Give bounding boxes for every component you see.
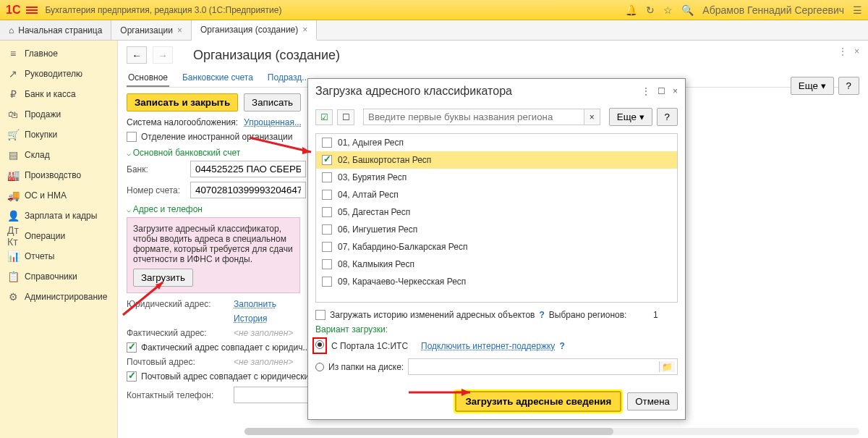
selected-label: Выбрано регионов: [549, 310, 627, 320]
dialog-more-button[interactable]: Еще ▾ [609, 108, 652, 126]
back-button[interactable]: ← [127, 46, 147, 64]
sidebar-item-5[interactable]: ▤Склад [0, 145, 117, 165]
save-close-button[interactable]: Записать и закрыть [127, 93, 238, 111]
subtab-bank[interactable]: Банковские счета [181, 70, 255, 87]
scrollbar[interactable] [244, 428, 859, 435]
region-label: 06, Ингушетия Респ [338, 224, 417, 235]
load-history-checkbox[interactable] [315, 310, 326, 320]
sidebar-item-6[interactable]: 🏭Производство [0, 165, 117, 185]
region-item[interactable]: 03, Бурятия Респ [316, 169, 677, 186]
region-checkbox[interactable] [322, 172, 332, 182]
region-checkbox[interactable] [322, 155, 332, 165]
folder-input[interactable]: 📁 [408, 358, 678, 375]
dialog-more-icon[interactable]: ⋮ [642, 86, 650, 96]
dialog-help-button[interactable]: ? [657, 108, 678, 126]
region-item[interactable]: 07, Кабардино-Балкарская Респ [316, 238, 677, 256]
foreign-checkbox[interactable] [127, 132, 137, 142]
region-item[interactable]: 09, Карачаево-Черкесская Респ [316, 273, 677, 290]
history-icon[interactable]: ↻ [646, 4, 655, 16]
sidebar-item-9[interactable]: Дт КтОперации [0, 226, 117, 246]
more-icon[interactable]: ⋮ [838, 46, 847, 56]
tab-organization-create[interactable]: Организация (создание) × [192, 20, 317, 41]
region-search-input[interactable] [363, 109, 584, 125]
hamburger-icon[interactable] [26, 5, 38, 15]
region-checkbox[interactable] [322, 190, 332, 200]
search-icon[interactable]: 🔍 [681, 4, 694, 16]
region-checkbox[interactable] [322, 277, 332, 287]
tab-organizations[interactable]: Организации × [111, 20, 192, 40]
help-button[interactable]: ? [838, 77, 859, 95]
save-button[interactable]: Записать [244, 93, 301, 111]
close-icon[interactable]: × [854, 46, 859, 56]
fill-link[interactable]: Заполнить [234, 299, 276, 309]
actual-addr-label: Фактический адрес: [127, 328, 228, 338]
sidebar-item-1[interactable]: ↗Руководителю [0, 64, 117, 84]
connect-support-link[interactable]: Подключить интернет-поддержку [421, 341, 555, 351]
account-input[interactable] [190, 182, 306, 198]
sidebar-item-2[interactable]: ₽Банк и касса [0, 84, 117, 104]
help-icon[interactable]: ? [539, 310, 544, 320]
region-checkbox[interactable] [322, 259, 332, 269]
close-icon[interactable]: × [302, 25, 307, 35]
load-addresses-button[interactable]: Загрузить адресные сведения [455, 391, 621, 412]
cancel-button[interactable]: Отмена [627, 392, 678, 410]
bank-input[interactable] [190, 161, 306, 177]
region-checkbox[interactable] [322, 207, 332, 217]
region-item[interactable]: 06, Ингушетия Респ [316, 221, 677, 238]
help-icon[interactable]: ? [559, 341, 564, 351]
sidebar-item-4[interactable]: 🛒Покупки [0, 125, 117, 145]
from-folder-radio[interactable] [315, 363, 324, 371]
tab-home[interactable]: ⌂ Начальная страница [0, 20, 111, 40]
sidebar-item-11[interactable]: 📋Справочники [0, 266, 117, 287]
region-list[interactable]: 01, Адыгея Респ02, Башкортостан Респ03, … [315, 133, 678, 303]
region-item[interactable]: 08, Калмыкия Респ [316, 256, 677, 273]
postal-addr-value: <не заполнен> [234, 357, 293, 367]
actual-same-checkbox[interactable] [127, 342, 137, 353]
subtab-subdiv[interactable]: Подразд... [266, 70, 311, 87]
search-clear-button[interactable]: × [584, 109, 600, 125]
load-classifier-button[interactable]: Загрузить [133, 269, 193, 287]
titlebar: 1C Бухгалтерия предприятия, редакция 3.0… [0, 0, 868, 20]
user-menu-icon[interactable]: ☰ [853, 4, 862, 16]
dialog-close-icon[interactable]: × [673, 86, 678, 96]
more-button[interactable]: Еще ▾ [791, 77, 834, 95]
history-link[interactable]: История [234, 313, 268, 324]
sidebar-item-3[interactable]: 🛍Продажи [0, 104, 117, 125]
region-item[interactable]: 05, Дагестан Респ [316, 203, 677, 221]
sidebar-item-8[interactable]: 👤Зарплата и кадры [0, 206, 117, 226]
subtab-main[interactable]: Основное [127, 70, 169, 87]
postal-same-checkbox[interactable] [127, 371, 137, 382]
folder-browse-icon[interactable]: 📁 [659, 361, 675, 372]
star-icon[interactable]: ☆ [663, 4, 673, 16]
sidebar-label: Отчеты [25, 251, 54, 261]
selected-count: 1 [644, 310, 658, 320]
region-checkbox[interactable] [322, 224, 332, 235]
tax-label: Система налогообложения: [127, 117, 238, 127]
region-item[interactable]: 01, Адыгея Респ [316, 134, 677, 151]
sidebar-icon: ▤ [7, 149, 19, 161]
close-icon[interactable]: × [177, 25, 182, 35]
sidebar-icon: ↗ [7, 68, 19, 80]
region-label: 05, Дагестан Респ [338, 207, 410, 217]
region-item[interactable]: 02, Башкортостан Респ [316, 151, 677, 169]
check-all-button[interactable]: ☑ [315, 109, 333, 125]
region-checkbox[interactable] [322, 242, 332, 252]
region-checkbox[interactable] [322, 138, 332, 148]
sidebar-label: Руководителю [25, 69, 82, 79]
sidebar-label: Операции [25, 231, 65, 241]
user-name[interactable]: Абрамов Геннадий Сергеевич [702, 4, 844, 16]
postal-addr-label: Почтовый адрес: [127, 357, 228, 367]
sidebar-label: Главное [25, 49, 58, 59]
tax-link[interactable]: Упрощенная... [244, 117, 302, 127]
sidebar-item-12[interactable]: ⚙Администрирование [0, 287, 117, 307]
uncheck-all-button[interactable]: ☐ [337, 109, 354, 125]
dialog-maximize-icon[interactable]: ☐ [658, 86, 665, 96]
bell-icon[interactable]: 🔔 [625, 4, 637, 16]
sidebar-item-7[interactable]: 🚚ОС и НМА [0, 185, 117, 206]
sidebar-item-0[interactable]: ≡Главное [0, 43, 117, 64]
forward-button[interactable]: → [153, 46, 173, 64]
sidebar-item-10[interactable]: 📊Отчеты [0, 246, 117, 266]
from-portal-radio[interactable] [315, 340, 324, 349]
region-item[interactable]: 04, Алтай Респ [316, 186, 677, 203]
sidebar-icon: Дт Кт [7, 230, 19, 242]
